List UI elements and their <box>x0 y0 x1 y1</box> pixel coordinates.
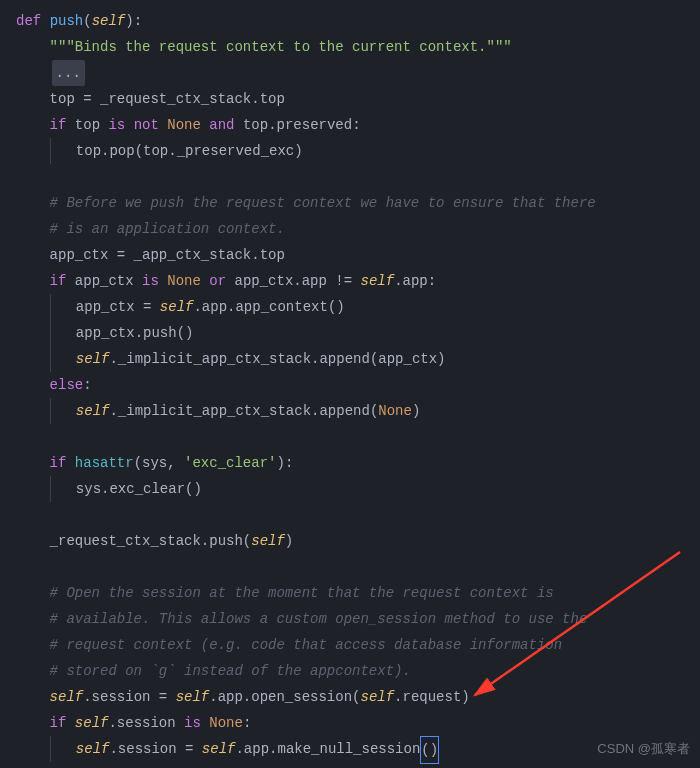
code-line: ... <box>0 60 700 86</box>
code-line: # is an application context. <box>0 216 700 242</box>
code-line: # request context (e.g. code that access… <box>0 632 700 658</box>
code-line: # Open the session at the moment that th… <box>0 580 700 606</box>
blank-line <box>0 424 700 450</box>
code-line: app_ctx = _app_ctx_stack.top <box>0 242 700 268</box>
keyword-def: def <box>16 8 41 34</box>
stmt: top = _request_ctx_stack.top <box>50 86 285 112</box>
function-name: push <box>50 8 84 34</box>
code-line: if top is not None and top.preserved: <box>0 112 700 138</box>
comment: # request context (e.g. code that access… <box>50 632 562 658</box>
code-line: app_ctx.push() <box>0 320 700 346</box>
blank-line <box>0 502 700 528</box>
code-line: # available. This allows a custom open_s… <box>0 606 700 632</box>
code-line: def push(self): <box>0 8 700 34</box>
fold-marker[interactable]: ... <box>52 60 85 86</box>
cursor[interactable]: () <box>420 736 439 764</box>
code-line: else: <box>0 372 700 398</box>
watermark: CSDN @孤寒者 <box>597 736 690 762</box>
comment: # is an application context. <box>50 216 285 242</box>
code-editor[interactable]: def push(self): """Binds the request con… <box>0 0 700 764</box>
code-line: self._implicit_app_ctx_stack.append(None… <box>0 398 700 424</box>
code-line: self.session = self.app.make_null_sessio… <box>0 736 700 764</box>
blank-line <box>0 554 700 580</box>
comment: # stored on `g` instead of the appcontex… <box>50 658 411 684</box>
code-line: if self.session is None: <box>0 710 700 736</box>
code-line: top = _request_ctx_stack.top <box>0 86 700 112</box>
code-line: app_ctx = self.app.app_context() <box>0 294 700 320</box>
code-line: """Binds the request context to the curr… <box>0 34 700 60</box>
code-line: # stored on `g` instead of the appcontex… <box>0 658 700 684</box>
code-line: self.session = self.app.open_session(sel… <box>0 684 700 710</box>
code-line: if hasattr(sys, 'exc_clear'): <box>0 450 700 476</box>
param-self: self <box>92 8 126 34</box>
code-line: # Before we push the request context we … <box>0 190 700 216</box>
comment: # available. This allows a custom open_s… <box>50 606 588 632</box>
code-line: if app_ctx is None or app_ctx.app != sel… <box>0 268 700 294</box>
comment: # Before we push the request context we … <box>50 190 596 216</box>
code-line: _request_ctx_stack.push(self) <box>0 528 700 554</box>
code-line: top.pop(top._preserved_exc) <box>0 138 700 164</box>
blank-line <box>0 164 700 190</box>
code-line: sys.exc_clear() <box>0 476 700 502</box>
code-line: self._implicit_app_ctx_stack.append(app_… <box>0 346 700 372</box>
docstring: """Binds the request context to the curr… <box>50 34 512 60</box>
comment: # Open the session at the moment that th… <box>50 580 554 606</box>
